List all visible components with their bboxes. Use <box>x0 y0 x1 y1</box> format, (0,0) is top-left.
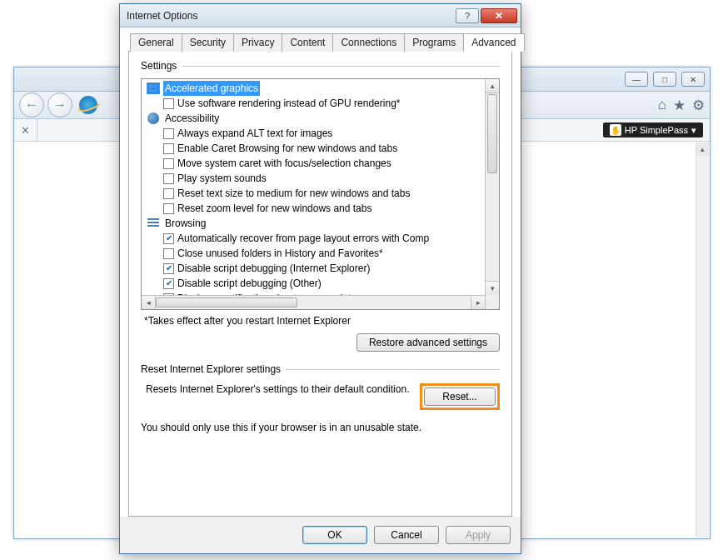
simplepass-label: HP SimplePass <box>625 125 688 135</box>
checkbox[interactable] <box>163 98 174 109</box>
scroll-right-icon[interactable]: ▸ <box>471 296 485 309</box>
settings-tree[interactable]: –Accelerated graphicsUse software render… <box>141 78 500 310</box>
tree-vertical-scrollbar[interactable]: ▴ ▾ <box>485 79 499 309</box>
reset-description: Resets Internet Explorer's settings to t… <box>146 383 411 395</box>
dialog-tabs: General Security Privacy Content Connect… <box>128 32 512 52</box>
scroll-up-icon[interactable]: ▴ <box>696 142 709 156</box>
cancel-button[interactable]: Cancel <box>374 526 439 544</box>
reset-button[interactable]: Reset... <box>424 388 496 406</box>
globe-icon <box>147 112 160 124</box>
tree-category-label: Browsing <box>163 216 207 231</box>
scroll-up-icon[interactable]: ▴ <box>486 79 499 93</box>
home-icon[interactable]: ⌂ <box>658 97 666 113</box>
tree-item[interactable]: Move system caret with focus/selection c… <box>145 156 485 171</box>
collapse-icon: – <box>147 82 160 94</box>
favorites-icon[interactable]: ★ <box>673 97 686 114</box>
tab-connections[interactable]: Connections <box>332 33 405 52</box>
tree-category[interactable]: Accessibility <box>145 111 485 126</box>
tree-item[interactable]: Reset text size to medium for new window… <box>145 186 485 201</box>
tree-item-label: Play system sounds <box>177 171 267 186</box>
tree-item[interactable]: Disable script debugging (Internet Explo… <box>145 261 485 276</box>
close-tab-icon[interactable]: ✕ <box>14 119 37 141</box>
settings-group-label: Settings <box>141 60 177 72</box>
restart-note: *Takes effect after you restart Internet… <box>144 315 500 327</box>
tree-item-label: Disable script debugging (Internet Explo… <box>177 261 370 276</box>
divider <box>182 66 500 67</box>
tree-item[interactable]: Disable script debugging (Other) <box>145 276 485 291</box>
checkbox[interactable] <box>163 233 174 244</box>
hscroll-thumb[interactable] <box>156 298 297 308</box>
tab-content-advanced: Settings –Accelerated graphicsUse softwa… <box>128 52 512 517</box>
browser-scrollbar[interactable]: ▴ <box>696 142 709 538</box>
tree-item[interactable]: Reset zoom level for new windows and tab… <box>145 201 485 216</box>
tools-gear-icon[interactable]: ⚙ <box>692 97 705 114</box>
dialog-footer: OK Cancel Apply <box>120 517 521 553</box>
list-icon <box>147 218 160 229</box>
tree-item-label: Close unused folders in History and Favo… <box>177 246 383 261</box>
reset-group-label: Reset Internet Explorer settings <box>141 363 281 375</box>
help-button[interactable]: ? <box>456 8 479 23</box>
checkbox[interactable] <box>163 143 174 154</box>
tab-general[interactable]: General <box>130 33 182 52</box>
divider <box>286 369 500 370</box>
restore-advanced-button[interactable]: Restore advanced settings <box>357 333 500 352</box>
scroll-down-icon[interactable]: ▾ <box>486 281 499 295</box>
tree-item[interactable]: Play system sounds <box>145 171 485 186</box>
tab-privacy[interactable]: Privacy <box>233 33 282 52</box>
checkbox[interactable] <box>163 173 174 184</box>
tree-category[interactable]: –Accelerated graphics <box>145 81 485 96</box>
checkbox[interactable] <box>163 278 174 289</box>
tree-item[interactable]: Enable Caret Browsing for new windows an… <box>145 141 485 156</box>
close-button[interactable]: ✕ <box>681 72 705 87</box>
tree-item-label: Reset text size to medium for new window… <box>177 186 410 201</box>
tab-programs[interactable]: Programs <box>404 33 464 52</box>
forward-button[interactable]: → <box>47 92 72 118</box>
dialog-title: Internet Options <box>127 10 197 22</box>
tree-item[interactable]: Use software rendering instead of GPU re… <box>145 96 485 111</box>
checkbox[interactable] <box>163 188 174 199</box>
tab-content[interactable]: Content <box>282 33 333 52</box>
maximize-button[interactable]: □ <box>653 72 676 87</box>
tree-item[interactable]: Close unused folders in History and Favo… <box>145 246 485 261</box>
tree-category-label: Accelerated graphics <box>163 81 260 96</box>
back-button[interactable]: ← <box>19 92 44 118</box>
tree-item-label: Use software rendering instead of GPU re… <box>177 96 400 111</box>
tree-item-label: Reset zoom level for new windows and tab… <box>177 201 371 216</box>
tree-item-label: Always expand ALT text for images <box>177 126 332 141</box>
reset-highlight: Reset... <box>420 383 500 410</box>
simplepass-toolbar[interactable]: ✋ HP SimplePass ▾ <box>603 122 703 138</box>
dialog-titlebar: Internet Options ? ✕ <box>120 4 521 28</box>
scroll-thumb[interactable] <box>487 94 497 173</box>
tab-security[interactable]: Security <box>182 33 234 52</box>
tree-item-label: Enable Caret Browsing for new windows an… <box>177 141 397 156</box>
reset-warning: You should only use this if your browser… <box>141 422 500 433</box>
tree-item-label: Disable script debugging (Other) <box>177 276 322 291</box>
checkbox[interactable] <box>163 248 174 259</box>
tree-category-label: Accessibility <box>163 111 221 126</box>
scroll-left-icon[interactable]: ◂ <box>142 296 156 309</box>
apply-button[interactable]: Apply <box>446 526 511 544</box>
tree-category[interactable]: Browsing <box>145 216 485 231</box>
dialog-close-button[interactable]: ✕ <box>481 8 517 23</box>
tree-horizontal-scrollbar[interactable]: ◂ ▸ <box>142 295 485 309</box>
checkbox[interactable] <box>163 158 174 169</box>
tree-item[interactable]: Automatically recover from page layout e… <box>145 231 485 246</box>
tab-advanced[interactable]: Advanced <box>463 33 524 52</box>
ie-logo-icon <box>79 96 97 114</box>
tree-item[interactable]: Always expand ALT text for images <box>145 126 485 141</box>
checkbox[interactable] <box>163 263 174 274</box>
tree-item-label: Automatically recover from page layout e… <box>177 231 429 246</box>
ok-button[interactable]: OK <box>302 526 367 544</box>
hand-icon: ✋ <box>610 124 621 136</box>
internet-options-dialog: Internet Options ? ✕ General Security Pr… <box>119 3 521 554</box>
dropdown-icon: ▾ <box>691 125 696 136</box>
checkbox[interactable] <box>163 203 174 214</box>
checkbox[interactable] <box>163 128 174 139</box>
minimize-button[interactable]: — <box>625 72 648 87</box>
tree-item-label: Move system caret with focus/selection c… <box>177 156 391 171</box>
